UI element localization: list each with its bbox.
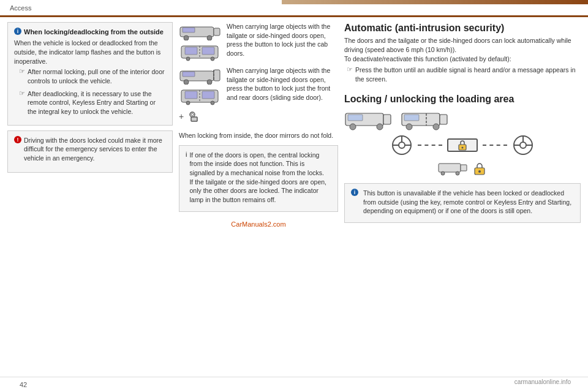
door-open-info-box: i If one of the doors is open, the centr… — [179, 145, 338, 212]
svg-rect-30 — [348, 115, 363, 121]
svg-rect-27 — [383, 115, 391, 124]
dashed-connector — [418, 145, 442, 146]
svg-point-43 — [462, 146, 464, 148]
bullet-1: ☞ After normal locking, pull one of the … — [19, 67, 166, 87]
large-objects-section1: When carrying large objects with the tai… — [179, 22, 338, 61]
lock-button-box — [447, 138, 478, 152]
door-open-info-text: If one of the doors is open, the central… — [189, 151, 331, 205]
steering-wheel-right — [512, 134, 534, 156]
svg-point-14 — [184, 80, 189, 85]
bullet-2-text: After deadlocking, it is necessary to us… — [28, 89, 166, 116]
svg-point-3 — [207, 36, 212, 40]
padlock-small-icon — [472, 161, 487, 176]
svg-point-2 — [184, 36, 189, 40]
loading-area-heading: Locking / unlocking the loading area — [344, 93, 581, 105]
svg-point-45 — [520, 142, 526, 148]
svg-point-9 — [186, 57, 190, 61]
left-column: i When locking/deadlocking from the outs… — [7, 22, 173, 372]
large-objects-section2: + When carrying large objects with the t… — [179, 66, 338, 124]
svg-rect-4 — [183, 28, 195, 32]
svg-rect-7 — [185, 47, 197, 55]
van-lock-icon — [438, 161, 469, 176]
plus-icon: + — [179, 111, 184, 121]
large-objects-text2: When carrying large objects with the tai… — [227, 66, 338, 102]
svg-point-38 — [399, 142, 405, 148]
lock-van-row — [438, 161, 487, 176]
svg-point-21 — [186, 101, 190, 105]
watermark: carmanualonline.info — [514, 379, 578, 391]
loading-area-section: Locking / unlocking the loading area — [344, 93, 581, 178]
svg-point-28 — [350, 124, 356, 130]
svg-rect-50 — [461, 165, 467, 171]
loading-area-vans — [344, 108, 581, 130]
svg-point-34 — [433, 124, 439, 130]
header: Access — [0, 0, 588, 17]
mid-column: When carrying large objects with the tai… — [179, 22, 338, 372]
vehicle-images-1 — [179, 22, 222, 61]
page-number: 42 — [10, 379, 37, 391]
info-icon-right: i — [351, 189, 358, 196]
locking-outside-text1: When the vehicle is locked or deadlocked… — [14, 39, 166, 66]
locking-note: When locking from inside, the door mirro… — [179, 131, 338, 140]
svg-point-15 — [207, 80, 212, 85]
driving-warning-text: Driving with the doors locked could make… — [24, 136, 166, 163]
right-column: Automatic (anti-intrusion security) The … — [344, 22, 581, 372]
van-side-icon-1 — [179, 22, 222, 40]
vehicle-images-2: + — [179, 66, 222, 124]
locking-outside-box: i When locking/deadlocking from the outs… — [7, 22, 173, 126]
svg-rect-20 — [202, 91, 214, 99]
auto-security-heading: Automatic (anti-intrusion security) — [344, 22, 581, 34]
van-loading-2 — [401, 108, 450, 130]
lock-diagram-row — [391, 134, 534, 156]
dashed-connector-2 — [483, 145, 507, 146]
auto-security-section: Automatic (anti-intrusion security) The … — [344, 22, 581, 88]
steering-wheel-left — [391, 134, 413, 156]
exclamation-icon: ! — [14, 136, 21, 143]
bullet-1-text: After normal locking, pull one of the in… — [28, 67, 166, 85]
svg-rect-35 — [404, 115, 419, 121]
svg-point-51 — [441, 172, 445, 175]
svg-point-54 — [478, 170, 481, 173]
page: Access i When locking/deadlocking from t… — [0, 0, 588, 392]
button-unavailable-box: i This button is unavailable if the vehi… — [344, 183, 581, 223]
lock-diagram — [344, 134, 581, 176]
svg-rect-8 — [202, 47, 214, 55]
svg-rect-49 — [439, 164, 461, 172]
info-icon-1: i — [14, 28, 21, 35]
padlock-icon — [456, 139, 469, 151]
button-unavailable-text: This button is unavailable if the vehicl… — [363, 189, 574, 216]
svg-point-25 — [191, 113, 194, 116]
locking-outside-title: When locking/deadlocking from the outsid… — [24, 28, 164, 36]
svg-point-10 — [211, 57, 214, 61]
svg-rect-32 — [440, 115, 447, 124]
auto-security-bullet: ☞ Press the button until an audible sign… — [347, 66, 581, 86]
large-objects-text1: When carrying large objects with the tai… — [227, 22, 338, 58]
header-title: Access — [10, 4, 31, 12]
van-side-icon-2 — [179, 66, 222, 85]
svg-point-23 — [190, 112, 195, 117]
svg-point-22 — [211, 101, 214, 105]
auto-security-bullet-text: Press the button until an audible signal… — [355, 66, 581, 83]
bullet-2: ☞ After deadlocking, it is necessary to … — [19, 89, 166, 118]
svg-rect-12 — [214, 70, 220, 81]
svg-point-52 — [456, 172, 459, 175]
van-rear-icon-2 — [179, 87, 222, 105]
lock-key-icon — [186, 109, 201, 124]
svg-rect-24 — [191, 117, 197, 121]
svg-point-33 — [406, 124, 412, 130]
carmanuals-link[interactable]: CarManuals2.com — [179, 221, 338, 228]
van-loading-1 — [344, 108, 393, 130]
svg-point-29 — [377, 124, 383, 130]
main-content: i When locking/deadlocking from the outs… — [0, 17, 588, 377]
van-rear-icon-1 — [179, 43, 222, 61]
svg-rect-16 — [183, 72, 195, 77]
svg-rect-1 — [214, 28, 220, 36]
svg-rect-19 — [185, 91, 197, 99]
driving-warning-box: ! Driving with the doors locked could ma… — [7, 130, 173, 173]
info-icon-mid: i — [186, 151, 187, 158]
auto-security-text: The doors and the tailgate or the side-h… — [344, 36, 581, 63]
header-bar — [282, 0, 588, 4]
